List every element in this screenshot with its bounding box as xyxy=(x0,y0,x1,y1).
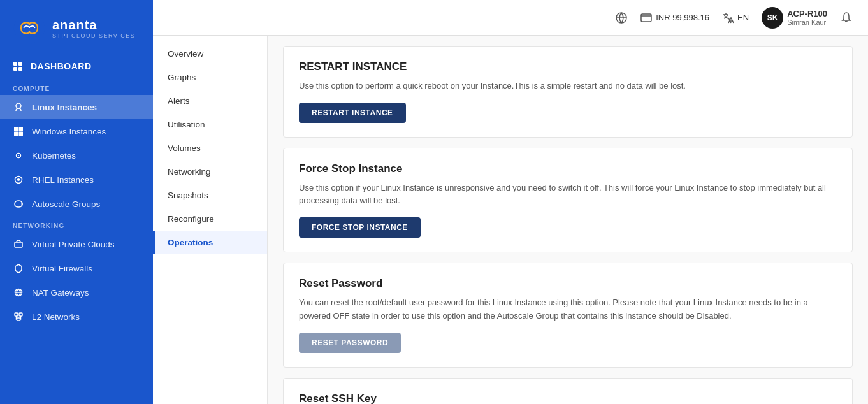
sidebar: ananta STPI CLOUD SERVICES DASHBOARD COM… xyxy=(0,0,153,404)
globe-icon xyxy=(615,11,628,24)
subnav-volumes[interactable]: Volumes xyxy=(153,136,267,160)
subnav-snapshots[interactable]: Snapshots xyxy=(153,184,267,207)
sidebar-item-virtual-private-clouds[interactable]: Virtual Private Clouds xyxy=(0,232,153,256)
l2-networks-label: L2 Networks xyxy=(32,312,80,322)
nat-gateways-label: NAT Gateways xyxy=(32,288,89,298)
svg-rect-19 xyxy=(641,14,651,22)
topbar: INR 99,998.16 EN SK ACP-R100 Simran Kaur xyxy=(153,0,868,36)
sidebar-item-rhel-instances[interactable]: RHEL Instances xyxy=(0,168,153,192)
svg-rect-6 xyxy=(14,127,18,131)
sidebar-item-autoscale-groups[interactable]: Autoscale Groups xyxy=(0,192,153,216)
autoscale-groups-label: Autoscale Groups xyxy=(32,199,100,209)
kubernetes-icon xyxy=(13,150,24,161)
windows-icon xyxy=(13,126,24,137)
force-stop-button[interactable]: FORCE STOP INSTANCE xyxy=(299,217,421,238)
vpc-label: Virtual Private Clouds xyxy=(32,240,115,249)
topbar-bell[interactable] xyxy=(840,11,853,24)
networking-section-label: NETWORKING xyxy=(0,216,153,232)
svg-rect-9 xyxy=(19,132,24,136)
reset-password-card: Reset Password You can reset the root/de… xyxy=(283,263,853,367)
brand-tagline: STPI CLOUD SERVICES xyxy=(52,32,135,39)
reset-ssh-key-card: Reset SSH Key You can associate or re-as… xyxy=(283,378,853,404)
subnav-networking[interactable]: Networking xyxy=(153,160,267,184)
compute-section-label: COMPUTE xyxy=(0,79,153,95)
reset-password-desc: You can reset the root/default user pass… xyxy=(299,296,837,322)
language-label: EN xyxy=(737,13,749,22)
linux-icon xyxy=(13,101,24,113)
svg-rect-7 xyxy=(19,127,24,131)
user-avatar: SK xyxy=(762,7,783,29)
kubernetes-label: Kubernetes xyxy=(32,151,76,161)
brand-name: ananta xyxy=(52,18,135,32)
topbar-language[interactable]: EN xyxy=(722,12,749,24)
svg-rect-1 xyxy=(13,62,17,66)
user-name: ACP-R100 xyxy=(787,9,827,18)
ananta-logo xyxy=(13,11,46,45)
brand-text: ananta STPI CLOUD SERVICES xyxy=(52,18,135,39)
reset-password-button[interactable]: RESET PASSWORD xyxy=(299,333,401,353)
sidebar-logo: ananta STPI CLOUD SERVICES xyxy=(0,0,153,54)
sidebar-item-kubernetes[interactable]: Kubernetes xyxy=(0,143,153,168)
svg-rect-3 xyxy=(13,67,17,71)
virtual-firewalls-label: Virtual Firewalls xyxy=(32,264,92,273)
subnav: Overview Graphs Alerts Utilisation Volum… xyxy=(153,36,268,404)
bell-icon xyxy=(840,11,853,24)
svg-point-5 xyxy=(16,103,21,108)
restart-instance-card: RESTART INSTANCE Use this option to perf… xyxy=(283,46,853,138)
card-icon xyxy=(640,13,652,22)
restart-instance-button[interactable]: RESTART INSTANCE xyxy=(299,103,406,123)
l2-icon xyxy=(13,311,24,322)
force-stop-card: Force Stop Instance Use this option if y… xyxy=(283,148,853,252)
firewall-icon xyxy=(13,263,24,274)
linux-instances-label: Linux Instances xyxy=(32,103,97,112)
subnav-operations[interactable]: Operations xyxy=(153,231,267,254)
currency-amount: INR 99,998.16 xyxy=(656,13,709,22)
sidebar-item-windows-instances[interactable]: Windows Instances xyxy=(0,119,153,143)
user-info: ACP-R100 Simran Kaur xyxy=(787,9,827,26)
restart-instance-desc: Use this option to perform a quick reboo… xyxy=(299,80,837,92)
subnav-overview[interactable]: Overview xyxy=(153,42,267,66)
sidebar-item-dashboard[interactable]: DASHBOARD xyxy=(0,54,153,79)
windows-instances-label: Windows Instances xyxy=(32,127,106,136)
dashboard-label: DASHBOARD xyxy=(31,61,92,71)
svg-rect-8 xyxy=(14,132,18,136)
force-stop-title: Force Stop Instance xyxy=(299,162,837,175)
content-area: Overview Graphs Alerts Utilisation Volum… xyxy=(153,36,868,404)
sidebar-item-virtual-firewalls[interactable]: Virtual Firewalls xyxy=(0,256,153,280)
svg-rect-13 xyxy=(15,242,22,247)
main-area: INR 99,998.16 EN SK ACP-R100 Simran Kaur xyxy=(153,0,868,404)
svg-rect-15 xyxy=(15,313,18,316)
dashboard-icon xyxy=(13,61,23,71)
svg-rect-16 xyxy=(19,313,22,316)
language-icon xyxy=(722,12,734,24)
restart-instance-title: RESTART INSTANCE xyxy=(299,61,837,73)
subnav-utilisation[interactable]: Utilisation xyxy=(153,113,267,136)
force-stop-desc: Use this option if your Linux Instance i… xyxy=(299,182,837,207)
sidebar-item-nat-gateways[interactable]: NAT Gateways xyxy=(0,280,153,305)
svg-rect-4 xyxy=(18,67,22,71)
topbar-currency[interactable]: INR 99,998.16 xyxy=(640,13,709,22)
vpc-icon xyxy=(13,238,24,250)
topbar-user[interactable]: SK ACP-R100 Simran Kaur xyxy=(762,7,827,29)
nat-icon xyxy=(13,287,24,298)
autoscale-icon xyxy=(13,198,24,210)
main-content: RESTART INSTANCE Use this option to perf… xyxy=(268,36,868,404)
sidebar-item-linux-instances[interactable]: Linux Instances xyxy=(0,95,153,119)
reset-ssh-key-title: Reset SSH Key xyxy=(299,393,837,404)
rhel-icon xyxy=(13,174,24,185)
subnav-alerts[interactable]: Alerts xyxy=(153,89,267,113)
svg-rect-17 xyxy=(17,318,20,321)
svg-rect-2 xyxy=(18,62,22,66)
subnav-graphs[interactable]: Graphs xyxy=(153,66,267,89)
reset-password-title: Reset Password xyxy=(299,277,837,290)
sidebar-item-l2-networks[interactable]: L2 Networks xyxy=(0,305,153,329)
subnav-reconfigure[interactable]: Reconfigure xyxy=(153,207,267,231)
topbar-globe[interactable] xyxy=(615,11,628,24)
user-email: Simran Kaur xyxy=(787,18,827,26)
rhel-instances-label: RHEL Instances xyxy=(32,175,94,185)
svg-point-11 xyxy=(18,155,19,156)
